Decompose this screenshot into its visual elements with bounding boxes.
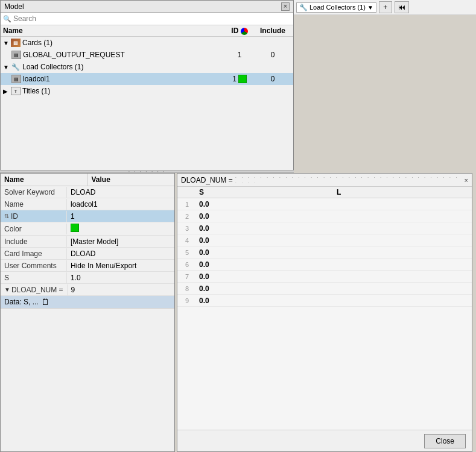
dload-row-s: 0.0 xyxy=(194,212,332,221)
dload-row-s: 0.0 xyxy=(194,297,332,305)
dload-table-header: S L xyxy=(177,187,472,198)
prop-value-user-comments: Hide In Menu/Export xyxy=(67,260,174,271)
model-close-button[interactable]: × xyxy=(281,2,290,11)
prop-name-solver-keyword: Solver Keyword xyxy=(1,187,67,198)
titles-label: Titles (1) xyxy=(22,87,50,95)
tree-col-include: Include xyxy=(255,27,291,35)
add-button[interactable]: + xyxy=(379,1,392,13)
props-col-value: Value xyxy=(88,174,175,186)
prop-name-user-comments: User Comments xyxy=(1,260,67,271)
loadcol-group-label: Load Collectors (1) xyxy=(22,63,83,71)
expand-arrow-titles[interactable]: ▶ xyxy=(3,88,9,95)
chevron-down-icon: ▼ xyxy=(367,4,373,11)
tree-col-name: Name xyxy=(3,27,224,35)
loadcol1-color-indicator xyxy=(238,75,247,83)
dload-row-s: 0.0 xyxy=(194,248,332,257)
data-row-icon: 🗒 xyxy=(41,297,49,307)
loadcol-group-icon: 🔧 xyxy=(11,63,21,71)
model-panel: Model × 🔍 Name ID Include ▼ ▤ Cards (1) … xyxy=(0,0,294,172)
dload-title-text: DLOAD_NUM = xyxy=(181,176,233,184)
prop-value-dload-num: 9 xyxy=(68,284,174,295)
dload-titlebar: DLOAD_NUM = · · · · · · · · · · · · · · … xyxy=(177,174,472,187)
prop-value-s: 1.0 xyxy=(67,272,174,283)
dload-row-s: 0.0 xyxy=(194,236,332,245)
dload-table-row[interactable]: 3 0.0 xyxy=(177,222,472,234)
dload-row-num: 9 xyxy=(180,297,194,304)
dload-table-row[interactable]: 8 0.0 xyxy=(177,283,472,295)
properties-panel: Name Value Solver Keyword DLOAD Name loa… xyxy=(0,173,175,452)
dload-row-s: 0.0 xyxy=(194,224,332,233)
loadcol1-include: 0 xyxy=(255,75,291,83)
cards-group-icon: ▤ xyxy=(11,39,21,47)
prop-data-row[interactable]: Data: S, ... 🗒 xyxy=(1,296,174,309)
tree-row-titles[interactable]: ▶ T Titles (1) xyxy=(1,85,293,97)
dload-table-row[interactable]: 1 0.0 xyxy=(177,198,472,210)
dload-table-row[interactable]: 7 0.0 xyxy=(177,271,472,283)
tree-row-global-output[interactable]: ▤ GLOBAL_OUTPUT_REQUEST 1 0 xyxy=(1,49,293,61)
props-col-name: Name xyxy=(1,174,88,186)
loadcol-dropdown[interactable]: 🔧 Load Collectors (1) ▼ xyxy=(296,2,376,13)
dload-row-num: 6 xyxy=(180,261,194,268)
tree-row-loadcol1[interactable]: ▤ loadcol1 1 0 xyxy=(1,73,293,85)
dload-row-s: 0.0 xyxy=(194,284,332,293)
prop-name-name: Name xyxy=(1,199,67,210)
id-sort-icon: ⇅ xyxy=(4,213,9,219)
props-body: Solver Keyword DLOAD Name loadcol1 ⇅ ID … xyxy=(1,186,174,309)
dload-col-num-header xyxy=(180,188,194,196)
dload-row-num: 2 xyxy=(180,213,194,220)
prop-name-s: S xyxy=(1,272,67,283)
prop-s-row[interactable]: S 1.0 xyxy=(1,272,174,284)
search-icon: 🔍 xyxy=(3,15,11,23)
prop-color-row[interactable]: Color xyxy=(1,222,174,236)
prop-name-include: Include xyxy=(1,236,67,247)
dload-panel: DLOAD_NUM = · · · · · · · · · · · · · · … xyxy=(177,173,472,452)
prop-card-image-row[interactable]: Card Image DLOAD xyxy=(1,248,174,260)
search-input[interactable] xyxy=(13,14,291,23)
loadcol1-id: 1 xyxy=(224,75,255,83)
prop-user-comments-row[interactable]: User Comments Hide In Menu/Export xyxy=(1,260,174,272)
prop-name-row[interactable]: Name loadcol1 xyxy=(1,198,174,210)
tree-row-cards[interactable]: ▼ ▤ Cards (1) xyxy=(1,37,293,49)
model-titlebar: Model × xyxy=(1,1,293,13)
expand-arrow-cards[interactable]: ▼ xyxy=(3,40,9,46)
tree-row-loadcol-group[interactable]: ▼ 🔧 Load Collectors (1) xyxy=(1,61,293,73)
dload-row-s: 0.0 xyxy=(194,200,332,209)
prop-value-card-image: DLOAD xyxy=(67,248,174,259)
cards-group-label: Cards (1) xyxy=(22,39,52,47)
prop-value-name: loadcol1 xyxy=(67,199,174,210)
dload-close-button[interactable]: × xyxy=(465,177,468,184)
dload-row-num: 8 xyxy=(180,285,194,292)
tree-body: ▼ ▤ Cards (1) ▤ GLOBAL_OUTPUT_REQUEST 1 … xyxy=(1,37,293,163)
dload-table-row[interactable]: 9 0.0 xyxy=(177,295,472,307)
color-swatch xyxy=(71,224,79,232)
prop-name-card-image: Card Image xyxy=(1,248,67,259)
dload-title-area: DLOAD_NUM = · · · · · · · · · · · · · · … xyxy=(181,175,461,186)
nav-first-button[interactable]: ⏮ xyxy=(395,1,409,13)
global-output-icon: ▤ xyxy=(11,51,21,59)
dload-row-num: 4 xyxy=(180,237,194,244)
dload-title-dots: · · · · · · · · · · · · · · · · · · · · … xyxy=(235,175,461,186)
loadcol-dropdown-label: Load Collectors (1) xyxy=(309,4,366,11)
dload-table-row[interactable]: 6 0.0 xyxy=(177,259,472,271)
prop-solver-keyword[interactable]: Solver Keyword DLOAD xyxy=(1,186,174,198)
expand-arrow-loadcol[interactable]: ▼ xyxy=(3,64,9,71)
prop-dload-num-row[interactable]: ▼ DLOAD_NUM = 9 xyxy=(1,284,174,296)
dload-row-s: 0.0 xyxy=(194,260,332,269)
prop-id-row[interactable]: ⇅ ID 1 xyxy=(1,210,174,222)
dload-row-num: 7 xyxy=(180,273,194,280)
dload-row-num: 1 xyxy=(180,201,194,208)
dload-table-row[interactable]: 4 0.0 xyxy=(177,234,472,246)
global-output-label: GLOBAL_OUTPUT_REQUEST xyxy=(23,51,125,59)
close-dialog-button[interactable]: Close xyxy=(424,434,466,448)
prop-name-dload-num: ▼ DLOAD_NUM = xyxy=(1,284,68,295)
dload-row-s: 0.0 xyxy=(194,272,332,281)
prop-value-solver-keyword: DLOAD xyxy=(67,187,174,198)
loadcol1-label: loadcol1 xyxy=(23,75,50,83)
dload-table-row[interactable]: 2 0.0 xyxy=(177,210,472,222)
dload-table-row[interactable]: 5 0.0 xyxy=(177,246,472,259)
dload-num-label: DLOAD_NUM = xyxy=(11,286,63,294)
expand-dload-icon[interactable]: ▼ xyxy=(4,286,10,293)
prop-include-row[interactable]: Include [Master Model] xyxy=(1,236,174,248)
prop-value-include: [Master Model] xyxy=(67,236,174,247)
loadcol1-icon: ▤ xyxy=(11,75,21,83)
